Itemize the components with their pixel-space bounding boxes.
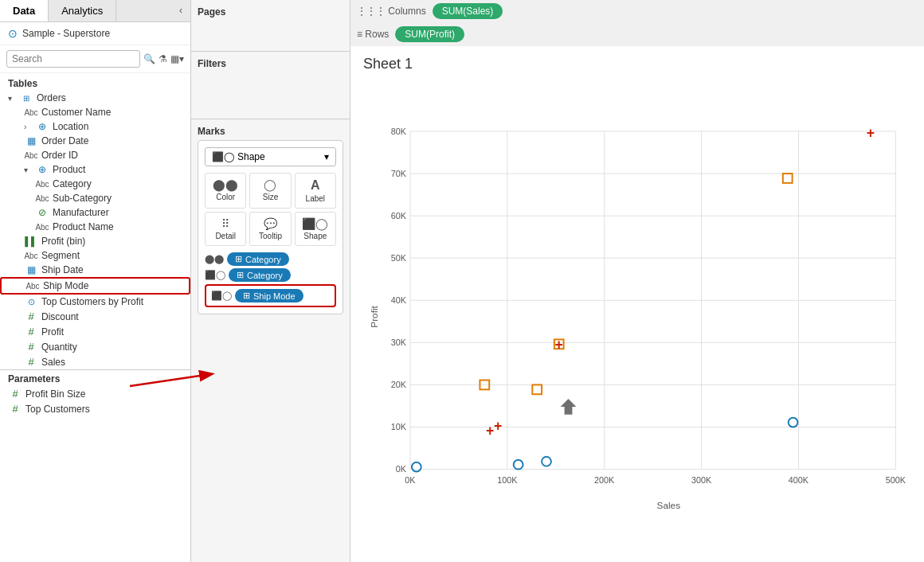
field-manufacturer[interactable]: ⊘ Manufacturer	[0, 205, 190, 220]
type-icon-abc: Abc	[25, 282, 40, 291]
orders-icon: ⊞	[19, 94, 33, 103]
type-icon-hash: #	[24, 326, 38, 338]
field-sales[interactable]: # Sales	[0, 354, 190, 369]
field-label: Product	[53, 164, 85, 175]
mark-size[interactable]: ◯ Size	[249, 173, 291, 209]
shipmode-shelf-row: ⬛◯ ⊞ Ship Mode	[211, 289, 330, 302]
columns-pill[interactable]: SUM(Sales)	[433, 3, 503, 19]
field-label: Sub-Category	[53, 193, 112, 204]
pill-icon: ⊞	[243, 291, 250, 301]
columns-icon: ⋮⋮⋮ Columns	[357, 6, 426, 17]
param-label: Top Customers	[25, 404, 90, 415]
type-icon-set: ⊙	[24, 297, 38, 307]
field-label: Sales	[41, 357, 65, 368]
type-icon-geo: ⊕	[35, 121, 49, 132]
data-point: +	[555, 337, 563, 353]
field-label: Quantity	[41, 341, 77, 353]
field-product[interactable]: ▾ ⊕ Product	[0, 162, 190, 177]
mark-tooltip[interactable]: 💬 Tooltip	[249, 212, 291, 246]
mark-label: Tooltip	[259, 232, 282, 240]
pages-section: Pages	[191, 0, 350, 52]
field-discount[interactable]: # Discount	[0, 309, 190, 324]
field-ship-date[interactable]: ▦ Ship Date	[0, 263, 190, 277]
field-subcategory[interactable]: Abc Sub-Category	[0, 191, 190, 205]
tab-collapse[interactable]: ‹	[171, 0, 190, 21]
svg-text:80K: 80K	[391, 127, 407, 136]
shipmode-shelf-highlighted: ⬛◯ ⊞ Ship Mode	[205, 284, 336, 307]
chart-svg: Profit Sales 0K 10K 20K 30K	[363, 79, 911, 547]
color-category-pill[interactable]: ⊞ Category	[227, 252, 289, 266]
pill-icon: ⊞	[235, 254, 242, 264]
svg-text:100K: 100K	[497, 475, 518, 485]
field-label: Order ID	[41, 150, 78, 161]
svg-text:20K: 20K	[391, 380, 407, 389]
field-ship-mode[interactable]: Abc Ship Mode	[0, 277, 190, 295]
mark-label: Detail	[215, 232, 236, 240]
field-order-id[interactable]: Abc Order ID	[0, 148, 190, 162]
data-point: +	[494, 418, 502, 434]
tab-analytics[interactable]: Analytics	[49, 0, 116, 21]
filter-icon[interactable]: ⚗	[159, 53, 167, 64]
tooltip-icon: 💬	[264, 217, 277, 230]
field-location[interactable]: › ⊕ Location	[0, 119, 190, 134]
y-axis-label: Profit	[369, 305, 379, 327]
search-icon[interactable]: 🔍	[143, 53, 155, 64]
chart-container: Profit Sales 0K 10K 20K 30K	[363, 79, 911, 547]
field-product-name[interactable]: Abc Product Name	[0, 220, 190, 234]
mark-label[interactable]: A Label	[295, 173, 336, 209]
field-profit-bin[interactable]: ▌▌ Profit (bin)	[0, 234, 190, 248]
fields-scroll[interactable]: Tables ▾ ⊞ Orders Abc Customer Name › ⊕ …	[0, 73, 190, 562]
orders-table[interactable]: ▾ ⊞ Orders	[0, 91, 190, 105]
mark-detail[interactable]: ⠿ Detail	[205, 212, 246, 246]
data-point	[789, 418, 798, 427]
type-icon-hash: #	[24, 341, 38, 353]
main-area: ⋮⋮⋮ Columns SUM(Sales) ≡ Rows SUM(Profit…	[350, 0, 924, 562]
middle-panel: Pages Filters Marks ⬛◯ Shape ▾ ⬤⬤ Color …	[191, 0, 350, 562]
shape-category-pill[interactable]: ⊞ Category	[229, 268, 291, 282]
svg-text:300K: 300K	[691, 475, 712, 485]
shape-icon: ⬛◯	[302, 217, 328, 230]
field-order-date[interactable]: ▦ Order Date	[0, 134, 190, 148]
svg-text:0K: 0K	[396, 465, 407, 474]
data-point	[412, 462, 421, 472]
color-shelf-row: ⬤⬤ ⊞ Category	[205, 252, 336, 266]
shape-shelf-icon: ⬛◯	[205, 270, 225, 280]
field-quantity[interactable]: # Quantity	[0, 339, 190, 354]
mark-color[interactable]: ⬤⬤ Color	[205, 173, 246, 209]
search-input[interactable]	[6, 50, 140, 68]
field-category[interactable]: Abc Category	[0, 177, 190, 191]
data-point	[783, 174, 793, 183]
type-icon-abc: Abc	[24, 151, 38, 160]
view-toggle-icon[interactable]: ▦▾	[170, 53, 184, 64]
color-icon: ⬤⬤	[213, 178, 238, 191]
field-label: Discount	[41, 311, 79, 322]
data-point: +	[486, 423, 494, 439]
marks-card: ⬛◯ Shape ▾ ⬤⬤ Color ◯ Size A Label ⠿	[198, 140, 343, 314]
param-profit-bin-size[interactable]: # Profit Bin Size	[0, 386, 190, 401]
field-top-customers[interactable]: ⊙ Top Customers by Profit	[0, 295, 190, 309]
color-shelf-icon: ⬤⬤	[205, 254, 224, 264]
mark-label-text: Label	[306, 194, 325, 203]
pages-label: Pages	[198, 6, 343, 18]
svg-text:0K: 0K	[405, 475, 416, 485]
field-customer-name[interactable]: Abc Customer Name	[0, 105, 190, 119]
mark-shape[interactable]: ⬛◯ Shape	[295, 212, 336, 246]
orders-label: Orders	[37, 92, 66, 103]
field-label: Manufacturer	[53, 207, 109, 218]
param-top-customers[interactable]: # Top Customers	[0, 401, 190, 416]
shipmode-pill[interactable]: ⊞ Ship Mode	[235, 289, 303, 302]
field-profit[interactable]: # Profit	[0, 324, 190, 339]
tab-data[interactable]: Data	[0, 0, 49, 21]
field-label: Top Customers by Profit	[41, 296, 143, 307]
mark-label: Size	[263, 193, 278, 201]
filters-label: Filters	[198, 58, 343, 69]
rows-pill[interactable]: SUM(Profit)	[395, 26, 464, 42]
field-label: Segment	[41, 250, 80, 261]
field-segment[interactable]: Abc Segment	[0, 248, 190, 263]
marks-type-dropdown[interactable]: ⬛◯ Shape ▾	[205, 147, 336, 166]
pill-label: Ship Mode	[253, 291, 296, 301]
type-icon-cal: ▦	[24, 264, 38, 275]
detail-icon: ⠿	[221, 217, 229, 230]
shape-shelf-row: ⬛◯ ⊞ Category	[205, 268, 336, 282]
data-point	[542, 457, 551, 466]
